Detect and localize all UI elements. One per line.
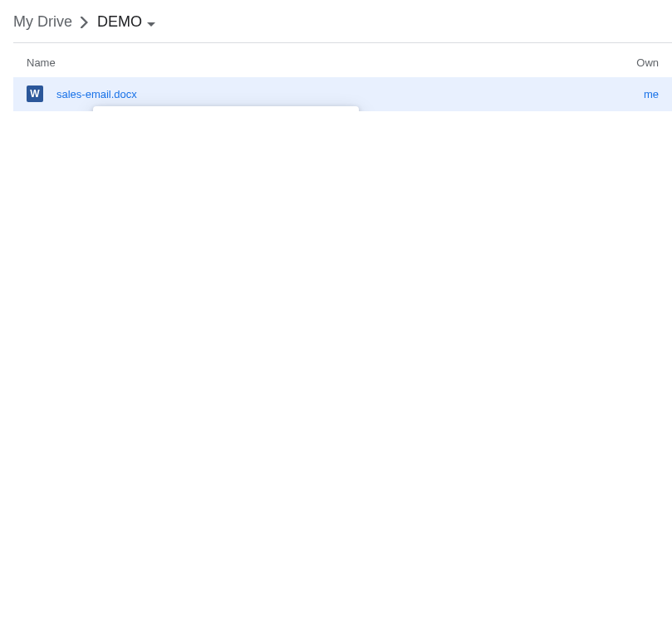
breadcrumb-current[interactable]: DEMO bbox=[97, 13, 155, 31]
dropdown-icon bbox=[147, 13, 155, 31]
context-menu: Preview Open with Share Get link bbox=[93, 106, 359, 111]
word-doc-icon: W bbox=[27, 85, 43, 102]
file-name[interactable]: sales-email.docx bbox=[56, 88, 137, 100]
column-name[interactable]: Name bbox=[27, 56, 56, 69]
chevron-right-icon bbox=[81, 17, 89, 28]
file-owner: me bbox=[644, 88, 659, 100]
column-owner[interactable]: Own bbox=[636, 56, 659, 69]
breadcrumb: My Drive DEMO bbox=[13, 13, 672, 43]
column-headers: Name Own bbox=[13, 43, 672, 77]
breadcrumb-root[interactable]: My Drive bbox=[13, 13, 72, 31]
